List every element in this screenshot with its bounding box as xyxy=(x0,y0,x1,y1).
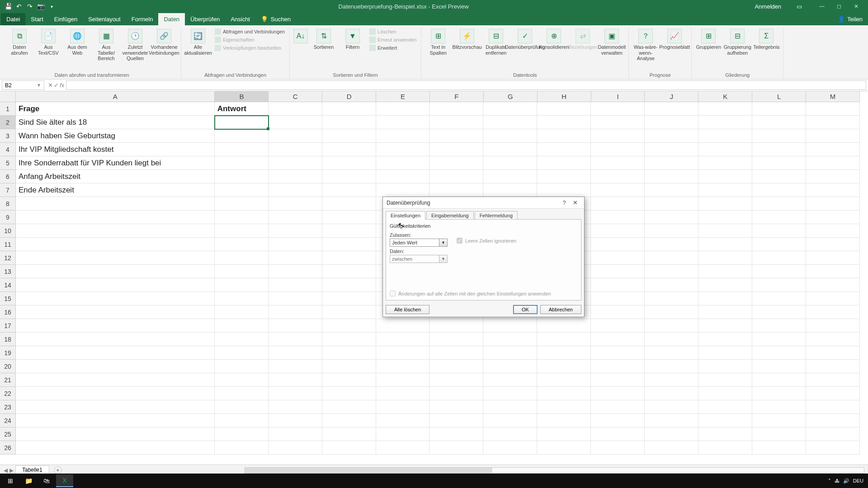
cell[interactable] xyxy=(376,319,430,333)
cell[interactable] xyxy=(269,414,322,427)
tray-volume-icon[interactable]: 🔊 xyxy=(843,478,849,484)
cell[interactable] xyxy=(591,400,645,414)
cell[interactable] xyxy=(537,319,591,333)
cell[interactable] xyxy=(376,400,430,414)
cell[interactable] xyxy=(591,427,645,441)
cell[interactable] xyxy=(322,129,376,143)
filtern-button[interactable]: ▼Filtern xyxy=(340,28,366,50)
cell[interactable] xyxy=(16,400,215,414)
cell[interactable] xyxy=(537,373,591,387)
row-header[interactable]: 21 xyxy=(0,373,16,387)
row-header[interactable]: 8 xyxy=(0,197,16,211)
cell[interactable] xyxy=(806,102,860,116)
cell[interactable] xyxy=(322,183,376,197)
cell[interactable] xyxy=(591,346,645,360)
column-header[interactable]: F xyxy=(430,91,484,102)
cell[interactable] xyxy=(645,238,698,251)
cell[interactable] xyxy=(269,360,322,373)
cell[interactable] xyxy=(537,414,591,427)
cell[interactable] xyxy=(698,197,752,211)
cell[interactable] xyxy=(591,211,645,224)
cell[interactable] xyxy=(806,116,860,129)
cell[interactable] xyxy=(698,143,752,156)
konsolidieren-button[interactable]: ⊕Konsolidieren xyxy=(541,28,567,50)
cell[interactable] xyxy=(322,211,376,224)
cell[interactable] xyxy=(537,102,591,116)
cell[interactable] xyxy=(322,102,376,116)
cell[interactable] xyxy=(591,251,645,265)
cell[interactable] xyxy=(698,400,752,414)
cell[interactable] xyxy=(376,170,430,183)
cell[interactable] xyxy=(376,129,430,143)
cell[interactable] xyxy=(645,170,698,183)
cell[interactable] xyxy=(376,333,430,346)
row-header[interactable]: 3 xyxy=(0,129,16,143)
cell[interactable] xyxy=(537,400,591,414)
cell[interactable] xyxy=(752,102,806,116)
cell[interactable] xyxy=(269,305,322,319)
column-header[interactable]: M xyxy=(806,91,860,102)
cell[interactable] xyxy=(752,373,806,387)
cell[interactable] xyxy=(483,387,537,400)
cell[interactable] xyxy=(537,143,591,156)
cell[interactable] xyxy=(322,143,376,156)
tab-seitenlayout[interactable]: Seitenlayout xyxy=(83,13,126,25)
cell[interactable] xyxy=(645,333,698,346)
cell[interactable] xyxy=(429,427,483,441)
cell[interactable] xyxy=(483,319,537,333)
help-icon[interactable]: ? xyxy=(559,199,570,206)
cell[interactable] xyxy=(483,360,537,373)
column-header[interactable]: C xyxy=(269,91,322,102)
cell[interactable]: Sind Sie älter als 18 xyxy=(16,116,215,129)
cell[interactable] xyxy=(322,333,376,346)
column-header[interactable]: H xyxy=(538,91,591,102)
cell[interactable] xyxy=(322,387,376,400)
tab-einfuegen[interactable]: Einfügen xyxy=(49,13,83,25)
cell[interactable] xyxy=(645,278,698,292)
cell[interactable] xyxy=(698,211,752,224)
cell[interactable] xyxy=(645,360,698,373)
cell[interactable] xyxy=(16,238,215,251)
cell[interactable] xyxy=(215,387,269,400)
vorhandene-verbindungen-button[interactable]: 🔗Vorhandene Verbindungen xyxy=(151,28,177,56)
beziehungen-button[interactable]: ⇄Beziehungen xyxy=(570,28,596,50)
cell[interactable] xyxy=(645,129,698,143)
cell[interactable] xyxy=(16,292,215,305)
cell[interactable] xyxy=(269,427,322,441)
column-header[interactable]: G xyxy=(484,91,538,102)
cell[interactable] xyxy=(483,102,537,116)
cell[interactable] xyxy=(645,143,698,156)
cell[interactable] xyxy=(215,197,269,211)
cell[interactable] xyxy=(16,265,215,278)
cell[interactable] xyxy=(429,129,483,143)
signin-button[interactable]: Anmelden xyxy=(751,1,785,12)
tray-network-icon[interactable]: 🖧 xyxy=(835,478,840,483)
cell[interactable] xyxy=(429,441,483,455)
cell[interactable] xyxy=(752,319,806,333)
cell[interactable] xyxy=(752,238,806,251)
cell[interactable] xyxy=(698,333,752,346)
cell[interactable]: Ihr VIP Mitgliedschaft kostet xyxy=(16,143,215,156)
cell[interactable] xyxy=(322,305,376,319)
cell[interactable] xyxy=(698,183,752,197)
cell[interactable] xyxy=(322,156,376,170)
cell[interactable] xyxy=(16,373,215,387)
column-header[interactable]: B xyxy=(215,91,269,102)
tab-datei[interactable]: Datei xyxy=(1,13,25,25)
column-header[interactable]: I xyxy=(591,91,645,102)
cell[interactable] xyxy=(698,116,752,129)
cell[interactable] xyxy=(376,102,430,116)
cell[interactable] xyxy=(376,373,430,387)
cell[interactable] xyxy=(645,197,698,211)
start-button[interactable]: ⊞ xyxy=(2,474,19,487)
cell[interactable] xyxy=(322,400,376,414)
cell[interactable] xyxy=(591,156,645,170)
cell[interactable] xyxy=(322,360,376,373)
cell[interactable] xyxy=(591,387,645,400)
cell[interactable] xyxy=(322,441,376,455)
row-header[interactable]: 17 xyxy=(0,319,16,333)
cell[interactable] xyxy=(269,346,322,360)
qat-dropdown-icon[interactable]: ▾ xyxy=(47,2,56,11)
cell[interactable]: Antwort xyxy=(215,102,269,116)
tab-ueberpruefen[interactable]: Überprüfen xyxy=(185,13,225,25)
